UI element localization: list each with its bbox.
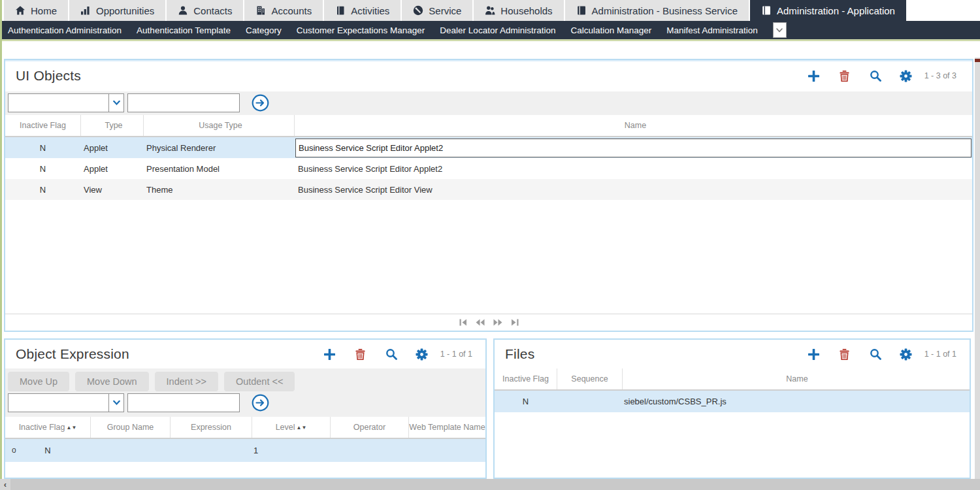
cell-inactive-flag: N: [5, 143, 80, 153]
subnav-overflow-dropdown[interactable]: [773, 22, 787, 38]
horizontal-scrollbar[interactable]: ‹: [0, 479, 980, 490]
column-header-name[interactable]: Name: [622, 368, 970, 389]
files-grid-header: Inactive Flag Sequence Name: [495, 368, 970, 391]
column-header-name[interactable]: Name: [294, 115, 972, 136]
query-button[interactable]: [869, 347, 882, 361]
menu-button[interactable]: [900, 69, 913, 83]
tab-home[interactable]: Home: [4, 0, 68, 21]
new-record-button[interactable]: [808, 69, 821, 83]
column-header-type[interactable]: Type: [80, 115, 143, 136]
query-value-input[interactable]: [127, 393, 240, 412]
tab-contacts[interactable]: Contacts: [167, 0, 243, 21]
move-up-button[interactable]: Move Up: [8, 372, 69, 391]
column-header-expression[interactable]: Expression: [170, 417, 252, 438]
scroll-left-button[interactable]: ‹: [0, 479, 10, 490]
query-button[interactable]: [869, 69, 882, 83]
query-button[interactable]: [385, 347, 398, 361]
query-value-input[interactable]: [127, 93, 240, 112]
table-row[interactable]: N View Theme Business Service Script Edi…: [5, 179, 972, 200]
panel-title: Files: [505, 346, 534, 362]
dropdown-value: [8, 94, 108, 112]
cell-type: Applet: [80, 143, 143, 153]
tab-accounts[interactable]: Accounts: [244, 0, 323, 21]
delete-record-button[interactable]: [838, 69, 851, 83]
execute-query-button[interactable]: [251, 393, 270, 412]
object-expression-titlebar: Object Expression 1 - 1 of 1: [5, 340, 485, 368]
subnav-manifest-administration[interactable]: Manifest Administration: [666, 25, 758, 35]
outdent-button[interactable]: Outdent <<: [224, 372, 295, 391]
column-header-level[interactable]: Level▲▼: [252, 417, 330, 438]
tab-label: Home: [31, 5, 57, 16]
dropdown-open-area[interactable]: [108, 394, 123, 412]
name-edit-input[interactable]: [295, 139, 972, 157]
previous-set-button[interactable]: [474, 318, 486, 327]
chevron-down-icon: [776, 28, 783, 33]
grid-empty-area: [495, 412, 970, 478]
subnav-authentication-template[interactable]: Authentication Template: [137, 25, 231, 35]
cell-usage-type: Physical Renderer: [143, 143, 294, 153]
trash-icon: [840, 349, 849, 360]
search-icon: [385, 348, 397, 360]
first-record-icon: [459, 319, 467, 326]
tab-administration-application[interactable]: Administration - Application: [750, 0, 906, 21]
vertical-scrollbar[interactable]: [975, 57, 980, 479]
new-record-button[interactable]: [323, 347, 336, 361]
subnav-category[interactable]: Category: [246, 25, 282, 35]
dropdown-open-area[interactable]: [108, 94, 123, 112]
search-icon: [870, 70, 881, 82]
subnav-dealer-locator-administration[interactable]: Dealer Locator Administration: [440, 25, 555, 35]
first-record-button[interactable]: [458, 318, 468, 327]
delete-record-button[interactable]: [354, 347, 367, 361]
tab-opportunities[interactable]: Opportunities: [69, 0, 165, 21]
wrench-circle-icon: [413, 5, 423, 16]
table-row[interactable]: N siebel/custom/CSBS_PR.js: [495, 391, 970, 412]
grid-empty-area: [5, 462, 485, 478]
query-field-dropdown[interactable]: [8, 393, 124, 412]
menu-button[interactable]: [416, 347, 429, 361]
column-header-usage-type[interactable]: Usage Type: [143, 115, 294, 136]
panel-title: Object Expression: [16, 346, 129, 362]
notebook-icon: [761, 5, 772, 16]
tab-administration-business-service[interactable]: Administration - Business Service: [565, 0, 749, 21]
delete-record-button[interactable]: [838, 347, 851, 361]
ui-objects-titlebar: UI Objects 1 - 3 of 3: [5, 60, 972, 91]
scrollbar-marker: [975, 59, 980, 62]
table-row[interactable]: o N 1: [5, 439, 485, 462]
query-field-dropdown[interactable]: [8, 93, 124, 112]
tab-label: Administration - Application: [777, 5, 895, 16]
primary-tab-bar: Home Opportunities Contacts Accounts Act…: [0, 0, 980, 21]
cell-usage-type: Presentation Model: [143, 164, 294, 174]
column-header-web-template-name[interactable]: Web Template Name: [408, 417, 485, 438]
tab-service[interactable]: Service: [402, 0, 472, 21]
move-down-button[interactable]: Move Down: [75, 372, 149, 391]
column-header-inactive-flag[interactable]: Inactive Flag: [495, 368, 557, 389]
column-header-sequence[interactable]: Sequence: [557, 368, 622, 389]
subnav-authentication-administration[interactable]: Authentication Administration: [8, 25, 122, 35]
column-header-inactive-flag[interactable]: Inactive Flag: [5, 115, 80, 136]
next-set-button[interactable]: [492, 318, 504, 327]
tab-label: Activities: [351, 5, 389, 16]
table-row[interactable]: N Applet Physical Renderer: [5, 137, 972, 158]
column-header-group-name[interactable]: Group Name: [90, 417, 170, 438]
tab-households[interactable]: Households: [474, 0, 563, 21]
menu-button[interactable]: [900, 347, 913, 361]
last-record-button[interactable]: [510, 318, 520, 327]
person-icon: [178, 5, 188, 16]
secondary-nav-bar: Authentication Administration Authentica…: [0, 21, 980, 39]
files-titlebar: Files 1 - 1 of 1: [495, 340, 970, 368]
table-row[interactable]: N Applet Presentation Model Business Ser…: [5, 158, 972, 179]
panel-title: UI Objects: [16, 68, 81, 84]
subnav-calculation-manager[interactable]: Calculation Manager: [570, 25, 651, 35]
indent-button[interactable]: Indent >>: [155, 372, 218, 391]
tab-label: Households: [500, 5, 552, 16]
new-record-button[interactable]: [808, 347, 821, 361]
ui-objects-grid-header: Inactive Flag Type Usage Type Name: [5, 115, 972, 137]
sort-arrows-icon[interactable]: ▲▼: [67, 425, 77, 431]
subnav-customer-expectations-manager[interactable]: Customer Expectations Manager: [297, 25, 425, 35]
column-header-inactive-flag[interactable]: Inactive Flag▲▼: [5, 417, 90, 438]
search-icon: [870, 348, 881, 360]
column-header-operator[interactable]: Operator: [330, 417, 408, 438]
execute-query-button[interactable]: [251, 93, 270, 112]
sort-arrows-icon[interactable]: ▲▼: [297, 425, 307, 431]
tab-activities[interactable]: Activities: [324, 0, 400, 21]
